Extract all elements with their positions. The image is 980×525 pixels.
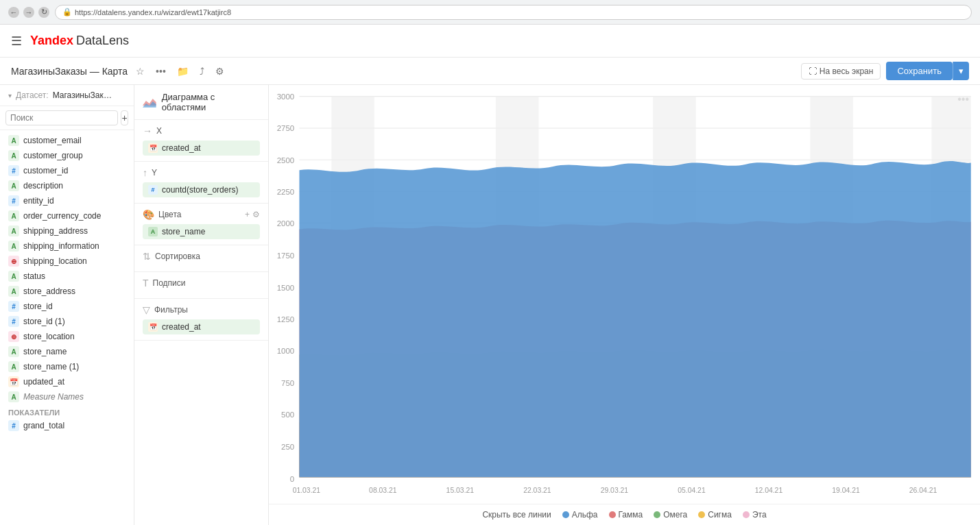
filter-field-chip[interactable]: 📅 created_at <box>143 319 260 334</box>
fields-search-row: + <box>0 106 134 130</box>
geo-icon: ⊕ <box>8 256 19 267</box>
legend-label-alpha: Альфа <box>572 510 598 520</box>
date-icon: 📅 <box>8 376 19 387</box>
field-store-address[interactable]: A store_address <box>0 284 134 299</box>
field-entity-id[interactable]: # entity_id <box>0 193 134 208</box>
legend-item-omega[interactable]: Омега <box>654 510 687 520</box>
labels-label: Подписи <box>153 278 186 288</box>
add-field-button[interactable]: + <box>121 110 128 125</box>
measures-section-label: Показатели <box>0 404 134 418</box>
field-label: customer_email <box>23 136 82 145</box>
string-icon: A <box>8 286 19 297</box>
legend-label-omega: Омега <box>663 510 687 520</box>
main-layout: ▾ Датасет: МагазиныЗака... + A customer_… <box>0 85 980 525</box>
color-label: Цвета <box>158 210 181 219</box>
field-customer-id[interactable]: # customer_id <box>0 163 134 178</box>
add-color-button[interactable]: + <box>245 210 250 219</box>
legend-item-gamma[interactable]: Гамма <box>609 510 643 520</box>
x-field-chip[interactable]: 📅 created_at <box>143 141 260 156</box>
svg-text:08.03.21: 08.03.21 <box>369 486 397 494</box>
hide-all-lines-button[interactable]: Скрыть все линии <box>482 510 551 520</box>
field-store-name-1[interactable]: A store_name (1) <box>0 359 134 374</box>
legend-item-alpha[interactable]: Альфа <box>562 510 598 520</box>
field-store-name[interactable]: A store_name <box>0 344 134 359</box>
labels-icon: T <box>143 278 149 289</box>
field-label: store_name (1) <box>23 362 79 371</box>
forward-button[interactable]: → <box>23 7 34 18</box>
svg-text:500: 500 <box>281 410 295 419</box>
browser-controls: ← → ↻ <box>8 7 49 18</box>
string-icon: A <box>8 241 19 252</box>
y-axis-section: ↑ Y # countd(store_orders) <box>134 162 268 204</box>
fields-list: A customer_email A customer_group # cust… <box>0 130 134 525</box>
field-label: shipping_information <box>23 241 99 251</box>
chart-area: ••• 3000 2750 2500 2250 2000 1750 1500 1… <box>269 85 980 525</box>
logo: Yandex DataLens <box>30 34 129 48</box>
refresh-button[interactable]: ↻ <box>38 7 49 18</box>
field-status[interactable]: A status <box>0 269 134 284</box>
color-field-chip[interactable]: A store_name <box>143 224 260 239</box>
save-arrow-button[interactable]: ▾ <box>953 62 969 80</box>
legend-item-sigma[interactable]: Сигма <box>698 510 732 520</box>
field-updated-at[interactable]: 📅 updated_at <box>0 374 134 389</box>
field-label: store_id (1) <box>23 317 65 326</box>
field-measure-names[interactable]: A Measure Names <box>0 389 134 404</box>
share-button[interactable]: ⤴ <box>197 64 207 78</box>
labels-section: T Подписи <box>134 272 268 299</box>
y-axis-icon: ↑ <box>143 167 147 178</box>
viz-type-selector[interactable]: Диаграмма с областями <box>134 85 268 120</box>
svg-text:2750: 2750 <box>277 123 295 132</box>
menu-icon[interactable]: ☰ <box>11 34 22 49</box>
field-grand-total[interactable]: # grand_total <box>0 418 134 433</box>
field-description[interactable]: A description <box>0 178 134 193</box>
string-icon: A <box>8 361 19 372</box>
svg-text:3000: 3000 <box>277 92 295 101</box>
fullscreen-icon: ⛶ <box>809 66 817 76</box>
settings-button[interactable]: ⚙ <box>213 64 227 78</box>
field-customer-group[interactable]: A customer_group <box>0 148 134 163</box>
number-icon: # <box>8 301 19 312</box>
legend-dot-sigma <box>698 511 705 518</box>
field-label: description <box>23 181 63 191</box>
field-order-currency[interactable]: A order_currency_code <box>0 208 134 223</box>
search-input[interactable] <box>5 110 118 125</box>
field-store-id[interactable]: # store_id <box>0 299 134 314</box>
y-field-name: countd(store_orders) <box>162 185 238 195</box>
field-shipping-information[interactable]: A shipping_information <box>0 239 134 254</box>
field-customer-email[interactable]: A customer_email <box>0 133 134 148</box>
date-filter-chip-icon: 📅 <box>148 322 158 332</box>
folder-button[interactable]: 📁 <box>174 64 191 78</box>
svg-text:29.03.21: 29.03.21 <box>601 486 629 494</box>
svg-text:1250: 1250 <box>277 315 295 323</box>
field-label: store_location <box>23 332 75 341</box>
more-button[interactable]: ••• <box>153 64 169 78</box>
star-button[interactable]: ☆ <box>133 64 147 78</box>
color-section: 🎨 Цвета + ⚙ A store_name <box>134 204 268 245</box>
save-button[interactable]: Сохранить <box>886 62 953 80</box>
address-bar[interactable]: 🔒 https://datalens.yandex.ru/wizard/ewt1… <box>55 5 972 20</box>
date-chip-icon: 📅 <box>148 143 158 153</box>
x-axis-section: → X 📅 created_at <box>134 120 268 162</box>
y-field-chip[interactable]: # countd(store_orders) <box>143 182 260 197</box>
y-axis-label: Y <box>152 168 157 178</box>
back-button[interactable]: ← <box>8 7 19 18</box>
legend-item-eta[interactable]: Эта <box>743 510 767 520</box>
dataset-header: ▾ Датасет: МагазиныЗака... <box>0 85 134 106</box>
dataset-chevron-icon[interactable]: ▾ <box>8 92 12 99</box>
field-shipping-address[interactable]: A shipping_address <box>0 223 134 239</box>
y-axis-header: ↑ Y <box>143 167 260 178</box>
svg-text:750: 750 <box>281 378 295 387</box>
number-icon: # <box>8 316 19 327</box>
field-label: shipping_location <box>23 256 87 266</box>
sort-section: ⇅ Сортировка <box>134 245 268 272</box>
color-settings-button[interactable]: ⚙ <box>252 210 260 219</box>
logo-yandex: Yandex <box>30 34 73 48</box>
save-button-group: Сохранить ▾ <box>886 62 969 80</box>
fullscreen-button[interactable]: ⛶ На весь экран <box>801 63 881 80</box>
svg-text:22.03.21: 22.03.21 <box>523 486 551 494</box>
field-shipping-location[interactable]: ⊕ shipping_location <box>0 254 134 269</box>
area-chart-icon <box>143 95 156 109</box>
field-store-id-1[interactable]: # store_id (1) <box>0 314 134 329</box>
string-chip-icon: A <box>148 227 158 236</box>
field-store-location[interactable]: ⊕ store_location <box>0 329 134 344</box>
